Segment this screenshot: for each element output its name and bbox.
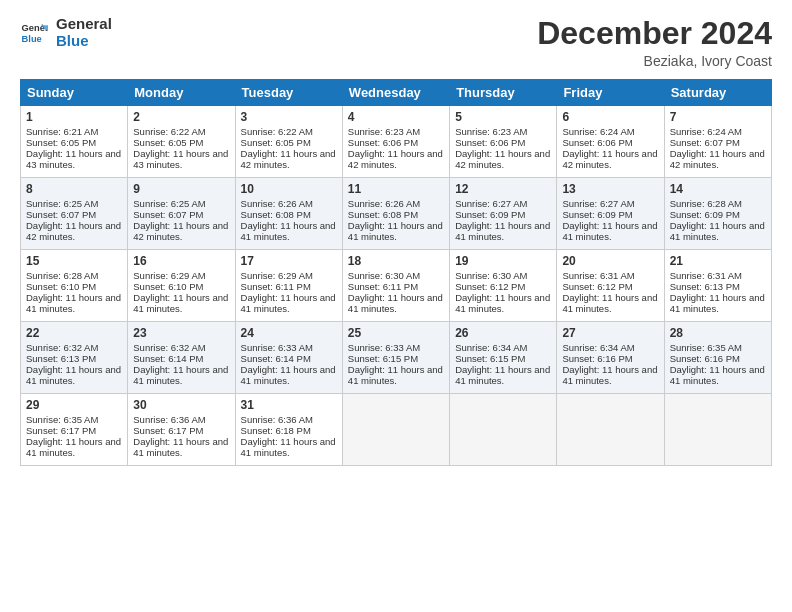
- calendar-row-4: 22Sunrise: 6:32 AMSunset: 6:13 PMDayligh…: [21, 322, 772, 394]
- table-row: 25Sunrise: 6:33 AMSunset: 6:15 PMDayligh…: [342, 322, 449, 394]
- daylight: Daylight: 11 hours and 43 minutes.: [26, 148, 121, 170]
- sunset: Sunset: 6:09 PM: [670, 209, 740, 220]
- sunset: Sunset: 6:07 PM: [26, 209, 96, 220]
- sunrise: Sunrise: 6:35 AM: [670, 342, 742, 353]
- table-row: 6Sunrise: 6:24 AMSunset: 6:06 PMDaylight…: [557, 106, 664, 178]
- daylight: Daylight: 11 hours and 41 minutes.: [348, 364, 443, 386]
- daylight: Daylight: 11 hours and 42 minutes.: [670, 148, 765, 170]
- table-row: 29Sunrise: 6:35 AMSunset: 6:17 PMDayligh…: [21, 394, 128, 466]
- day-number: 8: [26, 182, 122, 196]
- day-number: 16: [133, 254, 229, 268]
- sunrise: Sunrise: 6:27 AM: [562, 198, 634, 209]
- daylight: Daylight: 11 hours and 41 minutes.: [455, 220, 550, 242]
- sunrise: Sunrise: 6:29 AM: [133, 270, 205, 281]
- sunrise: Sunrise: 6:25 AM: [26, 198, 98, 209]
- day-number: 5: [455, 110, 551, 124]
- calendar-row-3: 15Sunrise: 6:28 AMSunset: 6:10 PMDayligh…: [21, 250, 772, 322]
- table-row: 14Sunrise: 6:28 AMSunset: 6:09 PMDayligh…: [664, 178, 771, 250]
- table-row: 20Sunrise: 6:31 AMSunset: 6:12 PMDayligh…: [557, 250, 664, 322]
- day-number: 11: [348, 182, 444, 196]
- day-number: 6: [562, 110, 658, 124]
- page: General Blue General Blue December 2024 …: [0, 0, 792, 612]
- sunrise: Sunrise: 6:32 AM: [26, 342, 98, 353]
- sunset: Sunset: 6:11 PM: [241, 281, 311, 292]
- daylight: Daylight: 11 hours and 42 minutes.: [348, 148, 443, 170]
- table-row: 28Sunrise: 6:35 AMSunset: 6:16 PMDayligh…: [664, 322, 771, 394]
- sunrise: Sunrise: 6:34 AM: [455, 342, 527, 353]
- sunset: Sunset: 6:18 PM: [241, 425, 311, 436]
- daylight: Daylight: 11 hours and 41 minutes.: [348, 292, 443, 314]
- calendar-row-1: 1Sunrise: 6:21 AMSunset: 6:05 PMDaylight…: [21, 106, 772, 178]
- daylight: Daylight: 11 hours and 41 minutes.: [133, 292, 228, 314]
- table-row: 23Sunrise: 6:32 AMSunset: 6:14 PMDayligh…: [128, 322, 235, 394]
- day-number: 3: [241, 110, 337, 124]
- sunset: Sunset: 6:15 PM: [348, 353, 418, 364]
- day-number: 12: [455, 182, 551, 196]
- col-sunday: Sunday: [21, 80, 128, 106]
- calendar-row-5: 29Sunrise: 6:35 AMSunset: 6:17 PMDayligh…: [21, 394, 772, 466]
- daylight: Daylight: 11 hours and 41 minutes.: [133, 436, 228, 458]
- daylight: Daylight: 11 hours and 41 minutes.: [455, 292, 550, 314]
- table-row: [664, 394, 771, 466]
- table-row: 4Sunrise: 6:23 AMSunset: 6:06 PMDaylight…: [342, 106, 449, 178]
- daylight: Daylight: 11 hours and 42 minutes.: [562, 148, 657, 170]
- sunset: Sunset: 6:07 PM: [670, 137, 740, 148]
- table-row: 22Sunrise: 6:32 AMSunset: 6:13 PMDayligh…: [21, 322, 128, 394]
- day-number: 25: [348, 326, 444, 340]
- daylight: Daylight: 11 hours and 41 minutes.: [241, 220, 336, 242]
- sunset: Sunset: 6:14 PM: [133, 353, 203, 364]
- sunset: Sunset: 6:09 PM: [455, 209, 525, 220]
- daylight: Daylight: 11 hours and 41 minutes.: [26, 364, 121, 386]
- sunset: Sunset: 6:14 PM: [241, 353, 311, 364]
- daylight: Daylight: 11 hours and 41 minutes.: [562, 364, 657, 386]
- sunset: Sunset: 6:12 PM: [562, 281, 632, 292]
- calendar-table: Sunday Monday Tuesday Wednesday Thursday…: [20, 79, 772, 466]
- day-number: 1: [26, 110, 122, 124]
- daylight: Daylight: 11 hours and 43 minutes.: [133, 148, 228, 170]
- col-friday: Friday: [557, 80, 664, 106]
- table-row: 15Sunrise: 6:28 AMSunset: 6:10 PMDayligh…: [21, 250, 128, 322]
- sunset: Sunset: 6:10 PM: [133, 281, 203, 292]
- daylight: Daylight: 11 hours and 41 minutes.: [26, 436, 121, 458]
- sunset: Sunset: 6:17 PM: [26, 425, 96, 436]
- table-row: 30Sunrise: 6:36 AMSunset: 6:17 PMDayligh…: [128, 394, 235, 466]
- sunrise: Sunrise: 6:21 AM: [26, 126, 98, 137]
- day-number: 7: [670, 110, 766, 124]
- day-number: 30: [133, 398, 229, 412]
- sunrise: Sunrise: 6:22 AM: [241, 126, 313, 137]
- general-blue-logo-icon: General Blue: [20, 19, 48, 47]
- day-number: 9: [133, 182, 229, 196]
- sunset: Sunset: 6:15 PM: [455, 353, 525, 364]
- sunset: Sunset: 6:05 PM: [26, 137, 96, 148]
- day-number: 27: [562, 326, 658, 340]
- table-row: 19Sunrise: 6:30 AMSunset: 6:12 PMDayligh…: [450, 250, 557, 322]
- sunrise: Sunrise: 6:26 AM: [241, 198, 313, 209]
- daylight: Daylight: 11 hours and 41 minutes.: [241, 364, 336, 386]
- table-row: 18Sunrise: 6:30 AMSunset: 6:11 PMDayligh…: [342, 250, 449, 322]
- logo: General Blue General Blue: [20, 16, 112, 49]
- sunrise: Sunrise: 6:34 AM: [562, 342, 634, 353]
- sunset: Sunset: 6:06 PM: [455, 137, 525, 148]
- sunset: Sunset: 6:07 PM: [133, 209, 203, 220]
- table-row: 10Sunrise: 6:26 AMSunset: 6:08 PMDayligh…: [235, 178, 342, 250]
- sunrise: Sunrise: 6:35 AM: [26, 414, 98, 425]
- header-row: Sunday Monday Tuesday Wednesday Thursday…: [21, 80, 772, 106]
- day-number: 17: [241, 254, 337, 268]
- sunset: Sunset: 6:06 PM: [562, 137, 632, 148]
- sunset: Sunset: 6:08 PM: [348, 209, 418, 220]
- sunrise: Sunrise: 6:28 AM: [670, 198, 742, 209]
- sunrise: Sunrise: 6:23 AM: [348, 126, 420, 137]
- table-row: 9Sunrise: 6:25 AMSunset: 6:07 PMDaylight…: [128, 178, 235, 250]
- sunrise: Sunrise: 6:25 AM: [133, 198, 205, 209]
- daylight: Daylight: 11 hours and 41 minutes.: [562, 292, 657, 314]
- table-row: 1Sunrise: 6:21 AMSunset: 6:05 PMDaylight…: [21, 106, 128, 178]
- daylight: Daylight: 11 hours and 41 minutes.: [241, 292, 336, 314]
- sunset: Sunset: 6:17 PM: [133, 425, 203, 436]
- sunrise: Sunrise: 6:33 AM: [348, 342, 420, 353]
- day-number: 19: [455, 254, 551, 268]
- sunrise: Sunrise: 6:33 AM: [241, 342, 313, 353]
- daylight: Daylight: 11 hours and 41 minutes.: [670, 292, 765, 314]
- col-monday: Monday: [128, 80, 235, 106]
- day-number: 4: [348, 110, 444, 124]
- sunrise: Sunrise: 6:30 AM: [455, 270, 527, 281]
